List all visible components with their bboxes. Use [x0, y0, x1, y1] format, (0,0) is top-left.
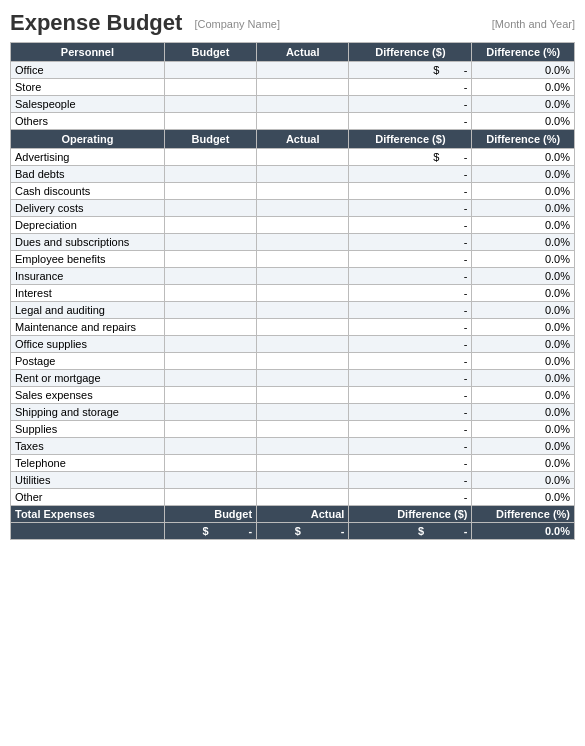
row-actual[interactable] — [257, 113, 349, 130]
table-row: Depreciation - 0.0% — [11, 217, 575, 234]
row-diff-pct: 0.0% — [472, 404, 575, 421]
row-label: Rent or mortgage — [11, 370, 165, 387]
row-actual[interactable] — [257, 387, 349, 404]
row-diff-pct: 0.0% — [472, 183, 575, 200]
row-actual[interactable] — [257, 438, 349, 455]
table-row: Other - 0.0% — [11, 489, 575, 506]
table-row: Telephone - 0.0% — [11, 455, 575, 472]
row-budget[interactable] — [164, 404, 256, 421]
row-diff-dollar: $ - — [349, 149, 472, 166]
row-budget[interactable] — [164, 251, 256, 268]
row-label: Sales expenses — [11, 387, 165, 404]
row-budget[interactable] — [164, 489, 256, 506]
row-actual[interactable] — [257, 370, 349, 387]
row-diff-dollar: - — [349, 234, 472, 251]
row-diff-dollar: - — [349, 387, 472, 404]
table-row: Salespeople - 0.0% — [11, 96, 575, 113]
row-label: Employee benefits — [11, 251, 165, 268]
row-budget[interactable] — [164, 336, 256, 353]
row-budget[interactable] — [164, 302, 256, 319]
row-budget[interactable] — [164, 166, 256, 183]
table-row: Insurance - 0.0% — [11, 268, 575, 285]
row-diff-dollar: - — [349, 319, 472, 336]
row-label: Telephone — [11, 455, 165, 472]
row-budget[interactable] — [164, 370, 256, 387]
row-actual[interactable] — [257, 285, 349, 302]
row-actual[interactable] — [257, 234, 349, 251]
row-diff-dollar: - — [349, 370, 472, 387]
row-actual[interactable] — [257, 336, 349, 353]
row-budget[interactable] — [164, 149, 256, 166]
row-diff-pct: 0.0% — [472, 455, 575, 472]
table-row: Legal and auditing - 0.0% — [11, 302, 575, 319]
row-budget[interactable] — [164, 421, 256, 438]
row-budget[interactable] — [164, 96, 256, 113]
row-actual[interactable] — [257, 79, 349, 96]
row-budget[interactable] — [164, 438, 256, 455]
row-budget[interactable] — [164, 183, 256, 200]
header: Expense Budget [Company Name] [Month and… — [10, 10, 575, 36]
row-actual[interactable] — [257, 319, 349, 336]
row-actual[interactable] — [257, 251, 349, 268]
table-row: Delivery costs - 0.0% — [11, 200, 575, 217]
row-label: Insurance — [11, 268, 165, 285]
row-diff-pct: 0.0% — [472, 472, 575, 489]
total-values-label — [11, 523, 165, 540]
table-row: Taxes - 0.0% — [11, 438, 575, 455]
row-diff-dollar: - — [349, 302, 472, 319]
row-diff-dollar: - — [349, 268, 472, 285]
row-diff-pct: 0.0% — [472, 438, 575, 455]
table-row: Bad debts - 0.0% — [11, 166, 575, 183]
table-row: Office supplies - 0.0% — [11, 336, 575, 353]
table-row: Supplies - 0.0% — [11, 421, 575, 438]
row-label: Supplies — [11, 421, 165, 438]
row-actual[interactable] — [257, 472, 349, 489]
row-actual[interactable] — [257, 489, 349, 506]
date-placeholder: [Month and Year] — [492, 18, 575, 30]
row-diff-pct: 0.0% — [472, 370, 575, 387]
row-label: Interest — [11, 285, 165, 302]
total-budget-header: Budget — [164, 506, 256, 523]
row-actual[interactable] — [257, 149, 349, 166]
total-budget-val: $ - — [164, 523, 256, 540]
personnel-budget-header: Budget — [164, 43, 256, 62]
row-actual[interactable] — [257, 217, 349, 234]
row-actual[interactable] — [257, 200, 349, 217]
row-actual[interactable] — [257, 404, 349, 421]
row-actual[interactable] — [257, 455, 349, 472]
row-budget[interactable] — [164, 319, 256, 336]
row-budget[interactable] — [164, 268, 256, 285]
row-actual[interactable] — [257, 302, 349, 319]
row-budget[interactable] — [164, 200, 256, 217]
personnel-actual-header: Actual — [257, 43, 349, 62]
row-budget[interactable] — [164, 79, 256, 96]
row-actual[interactable] — [257, 268, 349, 285]
row-budget[interactable] — [164, 472, 256, 489]
row-budget[interactable] — [164, 234, 256, 251]
row-diff-dollar: - — [349, 96, 472, 113]
table-row: Cash discounts - 0.0% — [11, 183, 575, 200]
expense-budget-table: Personnel Budget Actual Difference ($) D… — [10, 42, 575, 540]
row-budget[interactable] — [164, 217, 256, 234]
row-actual[interactable] — [257, 183, 349, 200]
row-label: Other — [11, 489, 165, 506]
row-actual[interactable] — [257, 166, 349, 183]
operating-header-row: Operating Budget Actual Difference ($) D… — [11, 130, 575, 149]
row-label: Shipping and storage — [11, 404, 165, 421]
row-actual[interactable] — [257, 353, 349, 370]
row-actual[interactable] — [257, 62, 349, 79]
row-diff-dollar: - — [349, 217, 472, 234]
row-budget[interactable] — [164, 353, 256, 370]
row-diff-dollar: - — [349, 438, 472, 455]
personnel-diff-dollar-header: Difference ($) — [349, 43, 472, 62]
row-label: Legal and auditing — [11, 302, 165, 319]
row-budget[interactable] — [164, 455, 256, 472]
row-actual[interactable] — [257, 421, 349, 438]
row-budget[interactable] — [164, 285, 256, 302]
row-budget[interactable] — [164, 387, 256, 404]
row-actual[interactable] — [257, 96, 349, 113]
table-row: Sales expenses - 0.0% — [11, 387, 575, 404]
row-budget[interactable] — [164, 113, 256, 130]
row-budget[interactable] — [164, 62, 256, 79]
row-label: Office supplies — [11, 336, 165, 353]
